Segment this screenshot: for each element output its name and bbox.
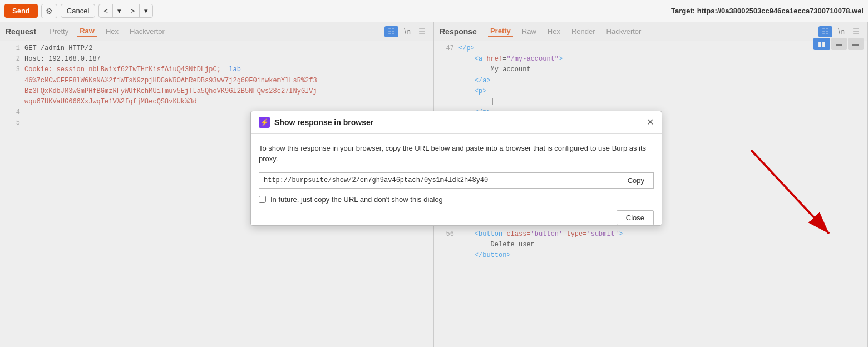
target-url: Target: https://0a38002503cc946ca1ecca73… xyxy=(671,7,864,15)
show-response-dialog: ⚡ Show response in browser ✕ To show thi… xyxy=(250,111,662,226)
dialog-url-row: Copy xyxy=(259,172,654,189)
cancel-button[interactable]: Cancel xyxy=(61,4,95,18)
copy-url-button[interactable]: Copy xyxy=(619,172,654,189)
nav-forward-button[interactable]: > xyxy=(126,4,140,17)
nav-back-dropdown[interactable]: ▾ xyxy=(113,4,126,17)
send-button[interactable]: Send xyxy=(4,4,38,18)
future-copy-label: In future, just copy the URL and don't s… xyxy=(270,195,443,204)
main-area: Request Pretty Raw Hex Hackvertor ☷ \n ☰… xyxy=(0,22,868,347)
future-copy-checkbox[interactable] xyxy=(259,196,266,203)
dialog-lightning-icon: ⚡ xyxy=(259,117,270,128)
red-arrow-icon xyxy=(740,145,851,256)
nav-forward-dropdown[interactable]: ▾ xyxy=(140,4,152,17)
nav-buttons: < ▾ > ▾ xyxy=(98,4,153,18)
dialog-close-button[interactable]: Close xyxy=(617,210,654,225)
dialog-body: To show this response in your browser, c… xyxy=(251,134,662,219)
dialog-checkbox-row: In future, just copy the URL and don't s… xyxy=(259,195,654,204)
dialog-url-input[interactable] xyxy=(259,172,619,189)
dialog-header: ⚡ Show response in browser ✕ xyxy=(251,111,662,134)
svg-line-1 xyxy=(751,150,829,234)
dialog-title: Show response in browser xyxy=(274,118,373,127)
dialog-description: To show this response in your browser, c… xyxy=(259,143,654,165)
dialog-close-x-button[interactable]: ✕ xyxy=(647,118,654,127)
dialog-overlay: ⚡ Show response in browser ✕ To show thi… xyxy=(0,22,868,347)
nav-back-button[interactable]: < xyxy=(99,4,113,17)
toolbar: Send ⚙ Cancel < ▾ > ▾ Target: https://0a… xyxy=(0,0,868,22)
settings-button[interactable]: ⚙ xyxy=(41,4,57,18)
